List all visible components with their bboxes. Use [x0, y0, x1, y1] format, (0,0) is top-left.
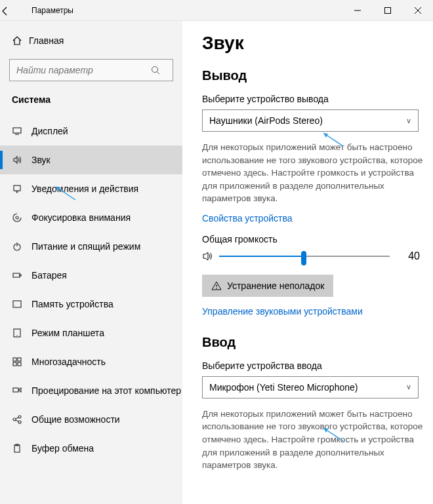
notify-icon: [12, 184, 31, 194]
svg-rect-11: [20, 275, 21, 276]
output-device-dropdown[interactable]: Наушники (AirPods Stereo) ∨: [202, 109, 419, 132]
chevron-down-icon: ∨: [406, 117, 411, 125]
svg-rect-16: [13, 358, 16, 361]
svg-point-7: [16, 216, 18, 219]
svg-rect-26: [14, 445, 20, 452]
sidebar-item-multi[interactable]: Многозадачность: [0, 347, 182, 376]
svg-rect-4: [13, 128, 21, 133]
sidebar-item-power[interactable]: Питание и спящий режим: [0, 232, 182, 261]
sidebar-item-label: Уведомления и действия: [31, 184, 138, 194]
svg-point-23: [18, 421, 21, 423]
svg-point-21: [13, 418, 16, 421]
svg-rect-20: [13, 388, 18, 392]
svg-line-24: [16, 417, 18, 419]
svg-point-22: [18, 416, 21, 418]
sidebar-item-share[interactable]: Общие возможности: [0, 405, 182, 434]
svg-rect-10: [13, 273, 20, 277]
sidebar-item-label: Дисплей: [31, 126, 68, 136]
svg-point-29: [216, 288, 217, 289]
sidebar-item-project[interactable]: Проецирование на этот компьютер: [0, 376, 182, 405]
section-label: Система: [0, 90, 182, 117]
svg-rect-6: [14, 185, 20, 191]
sidebar-item-sound[interactable]: Звук: [0, 145, 182, 174]
output-desc: Для некоторых приложений может быть наст…: [202, 141, 425, 205]
search-icon: [150, 65, 173, 75]
battery-icon: [12, 270, 31, 281]
sidebar-item-battery[interactable]: Батарея: [0, 261, 182, 290]
back-button[interactable]: [0, 5, 29, 16]
display-icon: [12, 126, 31, 136]
svg-rect-12: [13, 301, 21, 307]
sound-icon: [12, 155, 31, 165]
svg-point-13: [15, 305, 16, 306]
svg-marker-31: [323, 133, 328, 138]
clipboard-icon: [12, 443, 31, 454]
troubleshoot-label: Устранение неполадок: [227, 281, 324, 291]
search-input[interactable]: [10, 65, 150, 75]
sidebar-item-tablet[interactable]: Режим планшета: [0, 319, 182, 347]
input-field-label: Выберите устройства ввода: [202, 360, 420, 371]
storage-icon: [12, 299, 31, 309]
volume-value: 40: [408, 250, 420, 262]
output-field-label: Выберите устройство вывода: [202, 94, 420, 104]
sidebar-item-label: Батарея: [31, 270, 67, 281]
chevron-down-icon: ∨: [406, 383, 411, 391]
close-button[interactable]: [403, 0, 433, 21]
window-title: Параметры: [29, 6, 73, 15]
speaker-icon[interactable]: [202, 250, 219, 262]
multi-icon: [12, 357, 31, 367]
search-box[interactable]: [9, 59, 173, 81]
input-desc: Для некоторых приложений может быть наст…: [202, 408, 425, 472]
sidebar-item-label: Режим планшета: [31, 328, 104, 338]
sidebar-item-label: Многозадачность: [31, 357, 106, 367]
project-icon: [12, 385, 31, 396]
sidebar: Главная Система ДисплейЗвукУведомления и…: [0, 21, 182, 504]
svg-rect-18: [13, 362, 16, 366]
sidebar-item-clipboard[interactable]: Буфер обмена: [0, 434, 182, 463]
power-icon: [12, 241, 31, 252]
input-heading: Ввод: [202, 335, 420, 350]
svg-line-25: [16, 420, 18, 421]
sidebar-item-label: Звук: [31, 155, 51, 165]
sidebar-item-display[interactable]: Дисплей: [0, 117, 182, 145]
output-device-value: Наушники (AirPods Stereo): [209, 115, 323, 126]
titlebar: Параметры: [0, 0, 433, 21]
input-device-value: Микрофон (Yeti Stereo Microphone): [209, 382, 358, 393]
svg-line-3: [157, 72, 160, 75]
sidebar-item-notify[interactable]: Уведомления и действия: [0, 174, 182, 203]
sidebar-item-label: Общие возможности: [31, 414, 120, 425]
svg-rect-17: [18, 358, 21, 361]
share-icon: [12, 414, 31, 425]
page-title: Звук: [202, 33, 420, 54]
focus-icon: [12, 212, 31, 223]
svg-rect-1: [385, 7, 391, 13]
content-area: Звук Вывод Выберите устройство вывода На…: [182, 21, 433, 504]
sidebar-item-label: Память устройства: [31, 299, 113, 309]
input-device-dropdown[interactable]: Микрофон (Yeti Stereo Microphone) ∨: [202, 376, 419, 398]
sidebar-item-focus[interactable]: Фокусировка внимания: [0, 203, 182, 232]
home-label: Главная: [29, 35, 64, 46]
home-icon: [12, 35, 29, 46]
sidebar-item-label: Фокусировка внимания: [31, 212, 131, 223]
home-button[interactable]: Главная: [0, 28, 182, 54]
tablet-icon: [12, 328, 31, 338]
svg-point-2: [152, 67, 158, 73]
output-heading: Вывод: [202, 68, 420, 83]
device-properties-link[interactable]: Свойства устройства: [202, 213, 420, 223]
svg-point-15: [16, 335, 17, 336]
troubleshoot-button[interactable]: Устранение неполадок: [202, 275, 333, 297]
volume-slider[interactable]: [219, 250, 390, 263]
sidebar-item-label: Буфер обмена: [31, 443, 94, 454]
warning-icon: [211, 281, 222, 291]
sidebar-item-label: Питание и спящий режим: [31, 241, 140, 252]
maximize-button[interactable]: [373, 0, 403, 21]
volume-label: Общая громкость: [202, 234, 420, 244]
sidebar-item-label: Проецирование на этот компьютер: [31, 385, 181, 396]
svg-rect-19: [18, 362, 21, 366]
sidebar-item-storage[interactable]: Память устройства: [0, 290, 182, 319]
manage-devices-link[interactable]: Управление звуковыми устройствами: [202, 306, 420, 317]
minimize-button[interactable]: [342, 0, 373, 21]
